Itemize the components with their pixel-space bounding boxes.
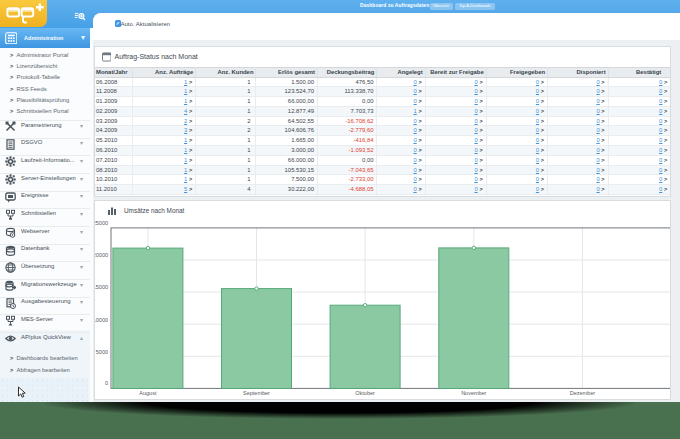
svg-text:November: November <box>461 390 486 396</box>
svg-text:10000: 10000 <box>94 317 108 323</box>
svg-text:20000: 20000 <box>94 252 108 258</box>
svg-text:0: 0 <box>105 380 108 386</box>
svg-text:August: August <box>139 390 157 396</box>
svg-text:25000: 25000 <box>94 220 108 226</box>
svg-text:September: September <box>243 390 270 396</box>
svg-text:Dezember: Dezember <box>570 390 595 396</box>
svg-text:5000: 5000 <box>96 349 108 355</box>
svg-text:Oktober: Oktober <box>355 390 375 396</box>
svg-text:15000: 15000 <box>94 285 108 291</box>
